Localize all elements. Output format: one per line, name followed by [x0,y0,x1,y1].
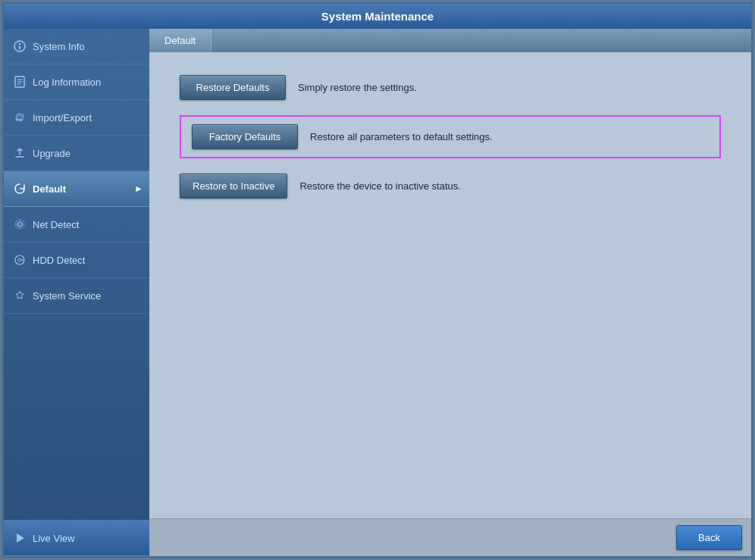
sidebar-item-label: Net Detect [33,219,79,230]
import-export-icon [13,111,27,124]
net-detect-icon [13,217,27,231]
sidebar-item-default[interactable]: Default ► [4,171,149,207]
live-view-icon [13,531,27,545]
main-content: System Info Log Information [4,29,751,556]
sidebar-item-upgrade[interactable]: Upgrade [4,136,149,171]
svg-point-1 [19,43,20,45]
sidebar-item-label: Import/Export [33,112,92,124]
restore-defaults-row: Restore Defaults Simply restore the sett… [180,75,721,100]
sidebar-item-label: System Info [33,41,85,52]
sidebar-item-label: Default [33,183,66,195]
factory-defaults-description: Restore all parameters to default settin… [310,131,493,142]
tab-label: Default [164,35,196,46]
restore-defaults-button[interactable]: Restore Defaults [180,75,286,100]
upgrade-icon [13,146,27,160]
restore-inactive-row: Restore to Inactive Restore the device t… [180,174,721,199]
restore-defaults-description: Simply restore the settings. [298,82,417,93]
restore-inactive-description: Restore the device to inactive status. [299,180,460,192]
sidebar-item-label: Log Information [33,77,101,88]
content-area: Default Restore Defaults Simply restore … [149,29,751,556]
factory-defaults-highlight: Factory Defaults Restore all parameters … [180,115,721,158]
factory-defaults-button[interactable]: Factory Defaults [192,124,298,149]
log-icon [13,75,27,89]
restore-inactive-button[interactable]: Restore to Inactive [180,174,287,199]
svg-marker-15 [17,533,24,543]
svg-rect-2 [19,46,20,50]
default-icon [13,182,27,196]
sidebar-item-label: HDD Detect [33,255,85,266]
sidebar-item-system-service[interactable]: System Service [4,278,149,314]
chevron-right-icon: ► [134,183,143,194]
content-body: Restore Defaults Simply restore the sett… [149,52,751,518]
svg-point-13 [18,258,21,261]
svg-point-14 [22,259,23,261]
sidebar-item-label: Upgrade [33,148,70,159]
sidebar-item-live-view[interactable]: Live View [4,520,149,556]
sidebar-item-label: System Service [33,290,101,302]
bottom-bar: Back [149,518,751,556]
title-bar: System Maintenance [4,4,751,29]
sidebar-item-label: Live View [33,533,74,544]
sidebar-item-import-export[interactable]: Import/Export [4,100,149,136]
hdd-detect-icon [13,253,27,267]
sidebar-item-system-info[interactable]: System Info [4,29,149,64]
system-service-icon [13,289,27,302]
tab-default[interactable]: Default [149,29,211,52]
back-button[interactable]: Back [676,525,742,550]
sidebar-spacer [4,314,149,520]
sidebar-item-log-information[interactable]: Log Information [4,64,149,100]
tab-bar: Default [149,29,751,52]
sidebar: System Info Log Information [4,29,149,556]
sidebar-item-net-detect[interactable]: Net Detect [4,207,149,242]
window-title: System Maintenance [321,10,434,23]
info-icon [13,39,27,53]
main-window: System Maintenance System Info [2,2,753,558]
sidebar-item-hdd-detect[interactable]: HDD Detect [4,242,149,278]
